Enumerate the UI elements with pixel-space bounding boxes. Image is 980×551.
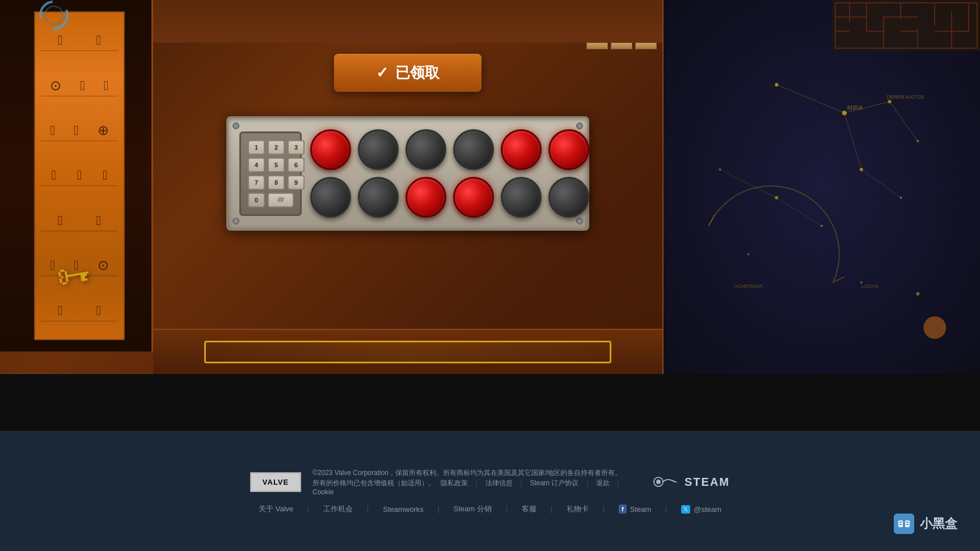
bottom-ornament	[204, 341, 611, 363]
key-4[interactable]: 4	[248, 158, 265, 172]
steamworks-link[interactable]: Steamworks	[383, 505, 424, 514]
jobs-link[interactable]: 工作机会	[323, 504, 353, 514]
subscriber-link[interactable]: Steam 订户协议	[530, 479, 578, 487]
key-2[interactable]: 2	[268, 140, 285, 155]
svg-text:DENEB KAITOS: DENEB KAITOS	[887, 94, 924, 100]
key-0[interactable]: 0	[248, 193, 265, 207]
svg-point-18	[747, 253, 749, 255]
claim-button-label: 已领取	[395, 63, 440, 83]
puzzle-panel: 1 2 3 4 5 6 7 8 9 0 ////	[153, 111, 662, 329]
steam-distribution-link[interactable]: Steam 分销	[454, 504, 492, 514]
key-7[interactable]: 7	[248, 175, 265, 190]
footer-text-block: ©2023 Valve Corporation，保留所有权利。所有商标均为其在美…	[312, 468, 641, 496]
gift-cards-link[interactable]: 礼物卡	[567, 504, 589, 514]
star-map: MIRA DENEB KAITOS ACHERNAR LUCAS	[664, 0, 980, 373]
header-btn-1[interactable]	[586, 43, 608, 49]
privacy-link[interactable]: 隐私政策	[441, 479, 468, 487]
puzzle-button-r2c2[interactable]	[358, 177, 399, 218]
checkmark-icon: ✓	[376, 64, 388, 82]
puzzle-button-r2c4[interactable]	[453, 177, 494, 218]
svg-point-1	[45, 6, 63, 24]
key-6[interactable]: 6	[288, 158, 305, 172]
svg-point-9	[775, 83, 778, 86]
key-5[interactable]: 5	[268, 158, 285, 172]
steam-text: STEAM	[685, 476, 730, 489]
header-btn-3[interactable]	[635, 43, 657, 49]
footer-links-inline: 所有的价格均已包含增值税（如适用）。 隐私政策 ｜ 法律信息 ｜ Steam 订…	[312, 478, 641, 496]
puzzle-button-r1c4[interactable]	[453, 129, 494, 170]
svg-line-7	[720, 169, 777, 198]
game-area: 𓂀 𓀀 ⊙ 𓃀 𓀱 𓆃 𓁞 ⊕ 𓅓 𓀀 𓅱 𓆑 𓁹	[0, 0, 980, 374]
key-8[interactable]: 8	[268, 175, 285, 190]
button-panel	[310, 129, 589, 218]
xiaoheihe-text: 小黑盒	[920, 515, 957, 532]
hieroglyph-row: ⊙ 𓃀 𓀱	[41, 75, 118, 96]
svg-point-11	[888, 100, 892, 103]
svg-point-13	[860, 168, 863, 171]
svg-rect-49	[899, 522, 902, 523]
refund-link[interactable]: 退款	[596, 479, 610, 487]
header-btn-2[interactable]	[611, 43, 632, 49]
keypad: 1 2 3 4 5 6 7 8 9 0 ////	[239, 132, 302, 216]
top-wood-bar	[153, 0, 662, 43]
xiaoheihe-icon	[894, 514, 914, 534]
hieroglyph-row: 𓂀 𓀀	[41, 30, 118, 51]
facebook-icon: f	[619, 505, 627, 514]
puzzle-button-r2c1[interactable]	[310, 177, 351, 218]
puzzle-button-r1c2[interactable]	[358, 129, 399, 170]
hieroglyph-symbol: 𓀭	[58, 303, 63, 319]
claim-button-container: ✓ 已领取	[153, 54, 662, 92]
hieroglyph-symbol: 𓀱	[104, 78, 109, 94]
svg-point-46	[656, 480, 661, 484]
xiaoheihe-logo: 小黑盒	[894, 514, 957, 534]
black-area	[0, 374, 980, 431]
puzzle-button-r1c6[interactable]	[548, 129, 589, 170]
svg-point-14	[900, 197, 902, 199]
svg-line-4	[890, 101, 918, 141]
hieroglyph-symbol: 𓆑	[58, 213, 63, 228]
hieroglyph-symbol: 𓂀	[58, 32, 63, 48]
hieroglyph-row: 𓆃 𓁞 ⊕	[41, 120, 118, 141]
key-1[interactable]: 1	[248, 140, 265, 155]
svg-rect-51	[899, 524, 902, 525]
key-hash[interactable]: ////	[268, 193, 294, 207]
screw-bl	[233, 218, 239, 224]
key-9[interactable]: 9	[288, 175, 305, 190]
puzzle-button-r2c5[interactable]	[501, 177, 542, 218]
legal-link[interactable]: 法律信息	[485, 479, 513, 487]
twitter-icon: 𝕏	[681, 505, 690, 514]
puzzle-button-r1c5[interactable]	[501, 129, 542, 170]
svg-point-10	[842, 111, 847, 115]
svg-text:MIRA: MIRA	[847, 104, 863, 111]
screw-tl	[233, 122, 239, 129]
svg-rect-29	[833, 0, 980, 51]
hieroglyph-symbol: 𓀀	[96, 32, 102, 48]
svg-line-5	[844, 113, 861, 169]
support-link[interactable]: 客服	[522, 504, 537, 514]
footer-nav: 关于 Valve ｜ 工作机会 ｜ Steamworks ｜ Steam 分销 …	[259, 504, 721, 514]
key-3[interactable]: 3	[288, 140, 305, 155]
svg-text:ACHERNAR: ACHERNAR	[734, 283, 763, 289]
facebook-steam-link[interactable]: Steam	[630, 505, 652, 514]
about-valve-link[interactable]: 关于 Valve	[259, 504, 293, 514]
svg-point-16	[775, 196, 778, 200]
svg-point-15	[719, 168, 721, 171]
footer: VALVE ©2023 Valve Corporation，保留所有权利。所有商…	[0, 431, 980, 551]
header-buttons	[586, 43, 657, 49]
hieroglyph-symbol: 𓁛	[96, 303, 102, 319]
puzzle-button-r2c6[interactable]	[548, 177, 589, 218]
valve-logo: VALVE	[250, 472, 301, 492]
claim-button[interactable]: ✓ 已领取	[334, 54, 481, 92]
cookie-link[interactable]: Cookie	[312, 488, 333, 496]
hieroglyph-symbol: ⊙	[98, 257, 109, 273]
svg-line-2	[776, 84, 844, 113]
screw-tr	[576, 122, 583, 129]
puzzle-button-r1c1[interactable]	[310, 129, 351, 170]
twitter-link[interactable]: @steam	[694, 505, 721, 514]
svg-rect-52	[906, 524, 909, 525]
puzzle-button-r2c3[interactable]	[405, 177, 446, 218]
hieroglyph-symbol: 𓁞	[74, 122, 79, 138]
bottom-frame	[153, 329, 662, 374]
hieroglyph-row: 𓆑 𓁹	[41, 210, 118, 231]
puzzle-button-r1c3[interactable]	[405, 129, 446, 170]
